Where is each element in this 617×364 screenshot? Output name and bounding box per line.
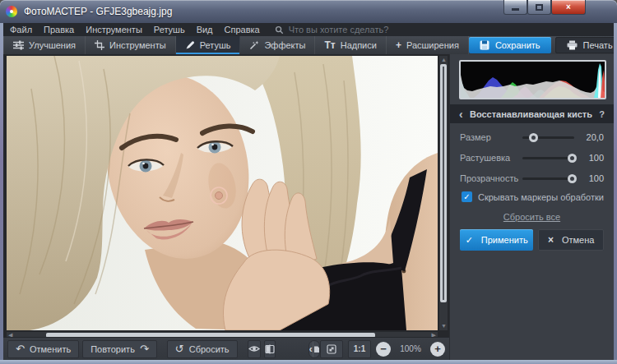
- tab-label: Расширения: [406, 40, 459, 50]
- tab-effects[interactable]: Эффекты: [240, 36, 315, 54]
- print-button[interactable]: Печать: [555, 37, 617, 53]
- save-button[interactable]: Сохранить: [469, 37, 551, 53]
- close-icon: ×: [566, 2, 571, 12]
- cancel-x-icon: ×: [548, 234, 554, 246]
- slider-thumb[interactable]: [568, 154, 577, 163]
- search-icon: [275, 25, 284, 35]
- menu-retouch[interactable]: Ретушь: [154, 25, 185, 35]
- minimize-icon: [512, 8, 519, 11]
- compare-icon: [265, 344, 275, 354]
- print-label: Печать: [583, 40, 613, 50]
- minimize-button[interactable]: [503, 0, 527, 15]
- redo-button[interactable]: Повторить ↷: [82, 340, 157, 358]
- reset-icon: ↺: [175, 343, 184, 354]
- right-panel: ‹ Восстанавливающая кисть ? Размер 20,0 …: [449, 54, 614, 360]
- vertical-scrollbar[interactable]: ▲ ▼: [439, 56, 448, 330]
- tab-label: Эффекты: [264, 40, 305, 50]
- plus-icon: +: [396, 39, 401, 51]
- photo-canvas[interactable]: [7, 56, 438, 330]
- window-controls: ×: [503, 0, 586, 15]
- redo-icon: ↷: [140, 343, 149, 354]
- size-slider-row: Размер 20,0: [460, 130, 604, 145]
- tab-label: Надписи: [341, 40, 377, 50]
- compare-before-after-button[interactable]: [264, 340, 276, 358]
- show-original-button[interactable]: [248, 340, 261, 358]
- brush-icon: [185, 40, 195, 50]
- tool-panel-title: Восстанавливающая кисть: [463, 109, 600, 119]
- save-label: Сохранить: [495, 40, 540, 50]
- check-icon: ✓: [466, 235, 473, 246]
- tab-extensions[interactable]: + Расширения: [387, 36, 469, 54]
- window-title: ФотоМАСТЕР - GFJE3gbeajg.jpg: [24, 6, 172, 17]
- zoom-level: 100%: [396, 344, 425, 353]
- magic-wand-icon: [249, 40, 259, 50]
- maximize-button[interactable]: [527, 0, 551, 15]
- fit-to-screen-button[interactable]: [320, 340, 343, 358]
- app-logo-icon: [6, 6, 17, 17]
- reset-all-link-row: Сбросить все: [450, 212, 614, 222]
- actual-size-button[interactable]: 1:1: [348, 340, 371, 358]
- cancel-button[interactable]: × Отмена: [538, 229, 604, 251]
- maximize-icon: [536, 4, 543, 11]
- minus-icon: −: [380, 343, 387, 355]
- hide-markers-checkbox[interactable]: ✓ Скрывать маркеры обработки: [462, 191, 604, 202]
- undo-label: Отменить: [30, 344, 71, 354]
- histogram: [459, 60, 606, 99]
- save-icon: [480, 40, 489, 50]
- reset-all-link[interactable]: Сбросить все: [503, 212, 560, 222]
- opacity-slider[interactable]: [522, 177, 574, 180]
- slider-thumb[interactable]: [568, 174, 577, 183]
- zoom-in-button[interactable]: +: [430, 342, 445, 357]
- tab-instruments[interactable]: Инструменты: [86, 36, 176, 54]
- main-content: ▲ ▼ ◀ ▶ ↶ Отменить Повторить ↷: [3, 54, 614, 360]
- help-icon[interactable]: ?: [599, 109, 605, 119]
- checkbox-check-icon: ✓: [462, 191, 472, 202]
- apply-button[interactable]: ✓ Применить: [460, 229, 533, 251]
- size-slider[interactable]: [522, 136, 574, 139]
- canvas-area: ▲ ▼ ◀ ▶ ↶ Отменить Повторить ↷: [3, 54, 449, 360]
- crop-icon: [95, 40, 104, 50]
- menu-edit[interactable]: Правка: [44, 25, 74, 35]
- quick-search[interactable]: Что вы хотите сделать?: [275, 25, 389, 35]
- reset-button[interactable]: ↺ Сбросить: [167, 340, 238, 358]
- vertical-scroll-thumb[interactable]: [440, 64, 447, 302]
- redo-label: Повторить: [90, 344, 135, 354]
- titlebar: ФотоМАСТЕР - GFJE3gbeajg.jpg ×: [0, 0, 617, 23]
- search-placeholder: Что вы хотите сделать?: [289, 25, 389, 35]
- menu-tools[interactable]: Инструменты: [86, 25, 142, 35]
- histogram-chart: [461, 62, 605, 98]
- tab-retouch[interactable]: Ретушь: [176, 36, 241, 54]
- bottom-toolbar: ↶ Отменить Повторить ↷ ↺ Сбросить: [3, 337, 449, 360]
- menu-help[interactable]: Справка: [225, 25, 260, 35]
- menu-file[interactable]: Файл: [10, 25, 32, 35]
- folder-icon: [313, 344, 320, 353]
- tab-enhancements[interactable]: Улучшения: [3, 36, 86, 54]
- fit-screen-icon: [327, 344, 336, 354]
- plus-icon: +: [434, 343, 441, 355]
- scroll-up-icon[interactable]: ▲: [441, 57, 447, 63]
- checkbox-label: Скрывать маркеры обработки: [478, 192, 604, 202]
- open-folder-button[interactable]: [313, 341, 320, 357]
- undo-icon: ↶: [16, 343, 25, 354]
- portrait-photo: [7, 56, 438, 330]
- sliders-icon: [13, 40, 24, 50]
- window-border-right: [614, 23, 617, 364]
- feather-slider[interactable]: [522, 157, 574, 159]
- apply-label: Применить: [481, 235, 528, 245]
- menu-view[interactable]: Вид: [197, 25, 213, 35]
- file-navigation: ‹ ›: [308, 340, 320, 358]
- tab-label: Улучшения: [29, 40, 76, 50]
- tool-panel-header: ‹ Восстанавливающая кисть ?: [450, 104, 614, 123]
- tab-label: Инструменты: [109, 40, 166, 50]
- tab-label: Ретушь: [200, 40, 231, 50]
- opacity-slider-row: Прозрачность 100: [460, 171, 604, 186]
- tab-bar: Улучшения Инструменты Ретушь Эффекты Tт …: [3, 36, 614, 54]
- zoom-out-button[interactable]: −: [376, 342, 391, 357]
- cancel-label: Отмена: [562, 235, 594, 245]
- close-button[interactable]: ×: [551, 0, 586, 15]
- undo-button[interactable]: ↶ Отменить: [7, 340, 79, 358]
- scroll-down-icon[interactable]: ▼: [441, 323, 447, 329]
- slider-thumb[interactable]: [529, 133, 538, 142]
- slider-label: Размер: [460, 132, 517, 142]
- tab-captions[interactable]: Tт Надписи: [315, 36, 386, 54]
